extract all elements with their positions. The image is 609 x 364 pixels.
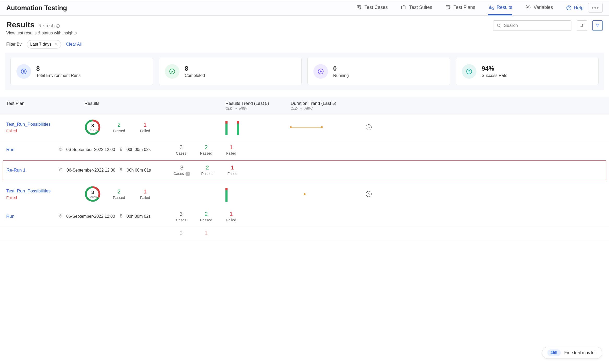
failed-metric: 1Failed xyxy=(223,144,239,155)
help-link[interactable]: Help xyxy=(566,5,583,11)
cases-metric: 3Cases xyxy=(173,144,189,155)
results-donut: 3Cases xyxy=(85,186,101,202)
svg-point-6 xyxy=(528,7,529,8)
tab-test-cases[interactable]: Test Cases xyxy=(356,0,388,15)
passed-metric: 2Passed xyxy=(111,122,127,133)
hourglass-icon xyxy=(119,168,123,173)
subrun-row: Run 06-September-2022 12:00 00h 00m 02s … xyxy=(0,207,609,226)
plan-row: Test_Run_Possibilities Failed 3Cases 2Pa… xyxy=(0,181,609,207)
sort-icon xyxy=(580,23,584,28)
tab-label: Variables xyxy=(534,5,553,10)
play-icon xyxy=(317,68,324,75)
search-box[interactable] xyxy=(493,20,571,31)
stat-label: Success Rate xyxy=(482,73,508,78)
cases-metric: 3Cases? xyxy=(174,164,190,176)
hourglass-icon xyxy=(119,214,123,219)
subrun-name-link[interactable]: Run xyxy=(6,147,58,152)
chip-close-icon[interactable]: ✕ xyxy=(54,42,58,47)
clock-icon xyxy=(59,168,63,173)
duration-trend-chart xyxy=(291,190,356,198)
passed-metric: 2Passed xyxy=(198,144,214,155)
col-duration-trend: Duration Trend (Last 5) xyxy=(291,101,356,106)
subrun-date: 06-September-2022 12:00 xyxy=(67,168,115,173)
top-bar: Automation Testing Test Cases Test Suite… xyxy=(0,0,609,16)
tab-variables[interactable]: Variables xyxy=(525,0,553,15)
filter-chip-label: Last 7 days xyxy=(30,42,52,47)
refresh-icon xyxy=(56,24,60,28)
failed-metric: 1Failed xyxy=(137,122,153,133)
subrun-row: Re-Run 1 06-September-2022 12:00 00h 00m… xyxy=(3,160,606,180)
subrun-row-partial: 3 1 xyxy=(0,226,609,240)
col-results: Results xyxy=(85,101,225,111)
search-icon xyxy=(497,23,501,28)
failed-metric: 1Failed xyxy=(137,188,153,200)
svg-point-9 xyxy=(497,24,500,27)
results-trend-chart xyxy=(225,119,291,135)
passed-metric: 2Passed xyxy=(111,188,127,200)
hourglass-icon xyxy=(119,147,123,152)
subrun-name-link[interactable]: Run xyxy=(6,214,58,219)
svg-rect-3 xyxy=(446,6,450,9)
stat-success-rate: 94% Success Rate xyxy=(456,58,599,85)
tab-results[interactable]: Results xyxy=(488,0,512,15)
svg-rect-0 xyxy=(357,6,361,9)
chevron-up-icon xyxy=(367,126,370,129)
refresh-link[interactable]: Refresh xyxy=(38,23,60,29)
page-title: Results xyxy=(6,20,34,29)
col-results-trend: Results Trend (Last 5) xyxy=(225,101,291,106)
subrun-meta: 06-September-2022 12:00 00h 00m 02s xyxy=(58,214,173,219)
help-dot-icon[interactable]: ? xyxy=(186,172,190,176)
chevron-up-icon xyxy=(367,192,370,196)
clear-all-link[interactable]: Clear All xyxy=(66,42,82,47)
stat-label: Total Environment Runs xyxy=(36,73,81,78)
clock-icon xyxy=(58,214,63,219)
tab-test-suites[interactable]: Test Suites xyxy=(401,0,432,15)
failed-metric: 1Failed xyxy=(223,211,239,222)
results-donut: 3Cases xyxy=(85,119,101,135)
sort-button[interactable] xyxy=(577,20,587,31)
tab-label: Results xyxy=(497,5,512,10)
more-button[interactable]: ••• xyxy=(588,3,603,13)
stat-total-runs: 8 Total Environment Runs xyxy=(10,58,153,85)
results-trend-chart xyxy=(225,186,291,202)
passed-metric: 2Passed xyxy=(198,211,214,222)
col-plan: Test Plan xyxy=(6,101,85,111)
app-title: Automation Testing xyxy=(6,4,67,12)
clock-icon xyxy=(58,147,63,152)
passed-metric: 2Passed xyxy=(200,164,215,176)
variables-icon xyxy=(525,4,531,10)
stat-completed: 8 Completed xyxy=(159,58,302,85)
collapse-button[interactable] xyxy=(366,191,372,197)
check-icon xyxy=(169,68,176,75)
subrun-duration: 00h 00m 02s xyxy=(127,147,151,152)
plan-name-link[interactable]: Test_Run_Possibilities xyxy=(6,122,85,127)
subrun-meta: 06-September-2022 12:00 00h 00m 02s xyxy=(58,147,173,152)
search-input[interactable] xyxy=(504,23,568,28)
subrun-date: 06-September-2022 12:00 xyxy=(66,214,115,219)
stat-value: 8 xyxy=(185,65,205,72)
stat-value: 0 xyxy=(333,65,349,72)
stat-value: 8 xyxy=(36,65,81,72)
plan-name-link[interactable]: Test_Run_Possibilities xyxy=(6,189,85,194)
filter-chip-last7[interactable]: Last 7 days ✕ xyxy=(27,40,61,48)
table-header: Test Plan Results Results Trend (Last 5)… xyxy=(0,97,609,114)
subrun-meta: 06-September-2022 12:00 00h 00m 01s xyxy=(59,168,174,173)
plan-status: Failed xyxy=(6,195,85,200)
filter-row: Filter By Last 7 days ✕ Clear All xyxy=(0,35,609,53)
rows-container: Test_Run_Possibilities Failed 3Cases 2Pa… xyxy=(0,114,609,240)
plan-row: Test_Run_Possibilities Failed 3Cases 2Pa… xyxy=(0,114,609,140)
svg-point-11 xyxy=(170,69,175,74)
svg-rect-2 xyxy=(402,6,406,9)
filter-button[interactable] xyxy=(592,20,603,31)
nav-tabs: Test Cases Test Suites Test Plans Result… xyxy=(356,0,553,15)
subrun-date: 06-September-2022 12:00 xyxy=(66,147,115,152)
plan-status: Failed xyxy=(6,129,85,133)
failed-metric: 1Failed xyxy=(225,164,240,176)
tab-test-plans[interactable]: Test Plans xyxy=(445,0,475,15)
stat-value: 94% xyxy=(482,65,508,72)
help-icon xyxy=(566,5,572,11)
collapse-button[interactable] xyxy=(366,124,372,130)
subrun-name-link[interactable]: Re-Run 1 xyxy=(7,168,59,173)
results-icon xyxy=(488,4,494,10)
help-label: Help xyxy=(574,5,583,11)
